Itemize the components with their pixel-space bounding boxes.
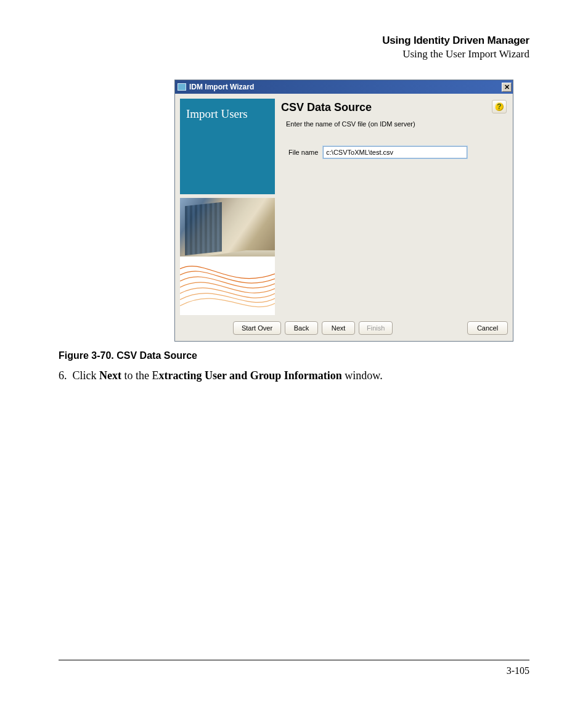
start-over-button[interactable]: Start Over xyxy=(233,321,281,335)
header-title: Using Identity Driven Manager xyxy=(59,34,529,47)
idm-import-wizard-dialog: IDM Import Wizard ✕ Import Users xyxy=(174,80,513,342)
file-name-label: File name xyxy=(288,149,318,156)
figure-number: Figure 3-70. xyxy=(59,350,114,361)
section-title: CSV Data Source xyxy=(281,101,504,114)
sidebar-heading: Import Users xyxy=(180,99,275,194)
step-pre: Click xyxy=(73,369,100,382)
help-button[interactable]: ? xyxy=(492,100,507,113)
wizard-button-bar: Start Over Back Next Finish Cancel xyxy=(175,318,513,341)
step-6: 6. Click Next to the Extracting User and… xyxy=(59,369,529,383)
step-post: window. xyxy=(342,369,383,382)
page-footer: 3-105 xyxy=(59,660,529,676)
close-button[interactable]: ✕ xyxy=(502,83,512,92)
figure-title: CSV Data Source xyxy=(114,350,197,361)
close-icon: ✕ xyxy=(504,84,510,91)
step-next-bold: Next xyxy=(99,369,121,382)
titlebar: IDM Import Wizard ✕ xyxy=(175,80,513,94)
wizard-sidebar: Import Users xyxy=(180,99,275,315)
help-icon: ? xyxy=(495,102,504,111)
section-subtitle: Enter the name of CSV file (on IDM serve… xyxy=(286,120,504,128)
page-header: Using Identity Driven Manager Using the … xyxy=(59,34,529,61)
step-num: 6. xyxy=(59,369,67,382)
sidebar-image xyxy=(180,198,275,315)
back-button[interactable]: Back xyxy=(285,321,318,335)
step-extract-bold: xtracting User and Group Information xyxy=(158,369,341,382)
cancel-button[interactable]: Cancel xyxy=(467,321,508,335)
app-icon xyxy=(178,83,186,91)
wave-lines-icon xyxy=(180,257,275,315)
page-number: 3-105 xyxy=(507,665,529,676)
header-subtitle: Using the User Import Wizard xyxy=(59,47,529,61)
file-name-input[interactable] xyxy=(323,146,467,158)
finish-button: Finish xyxy=(359,321,393,335)
wizard-content: ? CSV Data Source Enter the name of CSV … xyxy=(280,99,508,315)
step-mid: to the E xyxy=(121,369,159,382)
next-button[interactable]: Next xyxy=(322,321,355,335)
window-title: IDM Import Wizard xyxy=(189,83,254,91)
figure-caption: Figure 3-70. CSV Data Source xyxy=(59,350,529,361)
